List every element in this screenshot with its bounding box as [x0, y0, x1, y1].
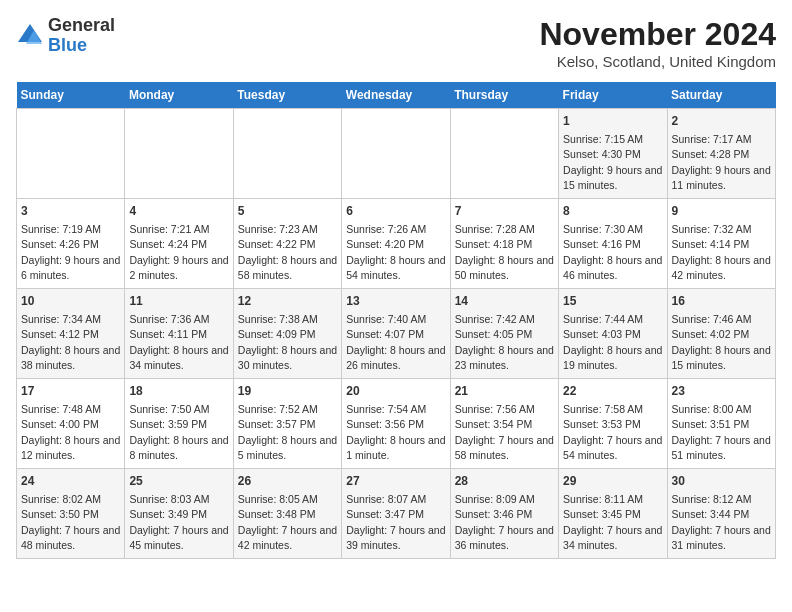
day-info: Sunrise: 7:28 AM Sunset: 4:18 PM Dayligh… — [455, 223, 554, 281]
day-info: Sunrise: 7:52 AM Sunset: 3:57 PM Dayligh… — [238, 403, 337, 461]
calendar-cell: 25Sunrise: 8:03 AM Sunset: 3:49 PM Dayli… — [125, 469, 233, 559]
day-number: 6 — [346, 203, 445, 220]
day-number: 16 — [672, 293, 771, 310]
calendar-cell: 11Sunrise: 7:36 AM Sunset: 4:11 PM Dayli… — [125, 289, 233, 379]
page-subtitle: Kelso, Scotland, United Kingdom — [539, 53, 776, 70]
weekday-wednesday: Wednesday — [342, 82, 450, 109]
day-number: 14 — [455, 293, 554, 310]
calendar-cell: 16Sunrise: 7:46 AM Sunset: 4:02 PM Dayli… — [667, 289, 775, 379]
calendar-cell: 19Sunrise: 7:52 AM Sunset: 3:57 PM Dayli… — [233, 379, 341, 469]
logo-blue: Blue — [48, 35, 87, 55]
day-number: 22 — [563, 383, 662, 400]
day-number: 13 — [346, 293, 445, 310]
calendar-cell: 30Sunrise: 8:12 AM Sunset: 3:44 PM Dayli… — [667, 469, 775, 559]
day-number: 27 — [346, 473, 445, 490]
day-number: 12 — [238, 293, 337, 310]
day-info: Sunrise: 7:54 AM Sunset: 3:56 PM Dayligh… — [346, 403, 445, 461]
day-number: 1 — [563, 113, 662, 130]
day-number: 2 — [672, 113, 771, 130]
weekday-friday: Friday — [559, 82, 667, 109]
day-number: 21 — [455, 383, 554, 400]
day-number: 19 — [238, 383, 337, 400]
calendar-cell: 21Sunrise: 7:56 AM Sunset: 3:54 PM Dayli… — [450, 379, 558, 469]
day-info: Sunrise: 8:05 AM Sunset: 3:48 PM Dayligh… — [238, 493, 337, 551]
day-info: Sunrise: 7:17 AM Sunset: 4:28 PM Dayligh… — [672, 133, 771, 191]
day-info: Sunrise: 7:38 AM Sunset: 4:09 PM Dayligh… — [238, 313, 337, 371]
weekday-header-row: SundayMondayTuesdayWednesdayThursdayFrid… — [17, 82, 776, 109]
day-info: Sunrise: 7:19 AM Sunset: 4:26 PM Dayligh… — [21, 223, 120, 281]
calendar-cell: 15Sunrise: 7:44 AM Sunset: 4:03 PM Dayli… — [559, 289, 667, 379]
day-number: 24 — [21, 473, 120, 490]
day-info: Sunrise: 8:00 AM Sunset: 3:51 PM Dayligh… — [672, 403, 771, 461]
calendar-cell — [233, 109, 341, 199]
calendar-cell: 29Sunrise: 8:11 AM Sunset: 3:45 PM Dayli… — [559, 469, 667, 559]
calendar-cell: 6Sunrise: 7:26 AM Sunset: 4:20 PM Daylig… — [342, 199, 450, 289]
day-number: 10 — [21, 293, 120, 310]
day-info: Sunrise: 7:26 AM Sunset: 4:20 PM Dayligh… — [346, 223, 445, 281]
day-number: 8 — [563, 203, 662, 220]
weekday-thursday: Thursday — [450, 82, 558, 109]
day-info: Sunrise: 7:58 AM Sunset: 3:53 PM Dayligh… — [563, 403, 662, 461]
calendar-cell — [17, 109, 125, 199]
day-info: Sunrise: 8:09 AM Sunset: 3:46 PM Dayligh… — [455, 493, 554, 551]
day-info: Sunrise: 7:40 AM Sunset: 4:07 PM Dayligh… — [346, 313, 445, 371]
calendar-cell: 27Sunrise: 8:07 AM Sunset: 3:47 PM Dayli… — [342, 469, 450, 559]
logo-text: General Blue — [48, 16, 115, 56]
day-info: Sunrise: 8:03 AM Sunset: 3:49 PM Dayligh… — [129, 493, 228, 551]
weekday-tuesday: Tuesday — [233, 82, 341, 109]
day-number: 23 — [672, 383, 771, 400]
calendar-cell: 9Sunrise: 7:32 AM Sunset: 4:14 PM Daylig… — [667, 199, 775, 289]
weekday-sunday: Sunday — [17, 82, 125, 109]
day-number: 5 — [238, 203, 337, 220]
day-info: Sunrise: 7:34 AM Sunset: 4:12 PM Dayligh… — [21, 313, 120, 371]
day-info: Sunrise: 7:30 AM Sunset: 4:16 PM Dayligh… — [563, 223, 662, 281]
calendar-cell: 18Sunrise: 7:50 AM Sunset: 3:59 PM Dayli… — [125, 379, 233, 469]
calendar-cell: 22Sunrise: 7:58 AM Sunset: 3:53 PM Dayli… — [559, 379, 667, 469]
day-number: 7 — [455, 203, 554, 220]
week-row-3: 10Sunrise: 7:34 AM Sunset: 4:12 PM Dayli… — [17, 289, 776, 379]
calendar-cell: 28Sunrise: 8:09 AM Sunset: 3:46 PM Dayli… — [450, 469, 558, 559]
calendar-cell — [125, 109, 233, 199]
calendar-cell: 17Sunrise: 7:48 AM Sunset: 4:00 PM Dayli… — [17, 379, 125, 469]
day-info: Sunrise: 7:36 AM Sunset: 4:11 PM Dayligh… — [129, 313, 228, 371]
day-info: Sunrise: 7:15 AM Sunset: 4:30 PM Dayligh… — [563, 133, 662, 191]
calendar-cell — [450, 109, 558, 199]
day-info: Sunrise: 7:50 AM Sunset: 3:59 PM Dayligh… — [129, 403, 228, 461]
week-row-5: 24Sunrise: 8:02 AM Sunset: 3:50 PM Dayli… — [17, 469, 776, 559]
logo-icon — [16, 22, 44, 50]
day-info: Sunrise: 7:48 AM Sunset: 4:00 PM Dayligh… — [21, 403, 120, 461]
calendar-cell: 7Sunrise: 7:28 AM Sunset: 4:18 PM Daylig… — [450, 199, 558, 289]
calendar-cell: 2Sunrise: 7:17 AM Sunset: 4:28 PM Daylig… — [667, 109, 775, 199]
day-number: 11 — [129, 293, 228, 310]
day-number: 18 — [129, 383, 228, 400]
calendar-cell: 1Sunrise: 7:15 AM Sunset: 4:30 PM Daylig… — [559, 109, 667, 199]
day-number: 30 — [672, 473, 771, 490]
calendar-table: SundayMondayTuesdayWednesdayThursdayFrid… — [16, 82, 776, 559]
calendar-cell: 4Sunrise: 7:21 AM Sunset: 4:24 PM Daylig… — [125, 199, 233, 289]
day-info: Sunrise: 7:56 AM Sunset: 3:54 PM Dayligh… — [455, 403, 554, 461]
day-info: Sunrise: 7:32 AM Sunset: 4:14 PM Dayligh… — [672, 223, 771, 281]
title-block: November 2024 Kelso, Scotland, United Ki… — [539, 16, 776, 70]
day-number: 25 — [129, 473, 228, 490]
day-info: Sunrise: 8:11 AM Sunset: 3:45 PM Dayligh… — [563, 493, 662, 551]
day-info: Sunrise: 7:46 AM Sunset: 4:02 PM Dayligh… — [672, 313, 771, 371]
day-number: 17 — [21, 383, 120, 400]
day-number: 28 — [455, 473, 554, 490]
day-number: 20 — [346, 383, 445, 400]
day-number: 3 — [21, 203, 120, 220]
day-info: Sunrise: 7:42 AM Sunset: 4:05 PM Dayligh… — [455, 313, 554, 371]
calendar-cell — [342, 109, 450, 199]
calendar-cell: 12Sunrise: 7:38 AM Sunset: 4:09 PM Dayli… — [233, 289, 341, 379]
week-row-2: 3Sunrise: 7:19 AM Sunset: 4:26 PM Daylig… — [17, 199, 776, 289]
calendar-cell: 14Sunrise: 7:42 AM Sunset: 4:05 PM Dayli… — [450, 289, 558, 379]
calendar-cell: 5Sunrise: 7:23 AM Sunset: 4:22 PM Daylig… — [233, 199, 341, 289]
logo-general: General — [48, 15, 115, 35]
calendar-cell: 3Sunrise: 7:19 AM Sunset: 4:26 PM Daylig… — [17, 199, 125, 289]
day-info: Sunrise: 7:44 AM Sunset: 4:03 PM Dayligh… — [563, 313, 662, 371]
calendar-cell: 13Sunrise: 7:40 AM Sunset: 4:07 PM Dayli… — [342, 289, 450, 379]
day-number: 29 — [563, 473, 662, 490]
day-number: 9 — [672, 203, 771, 220]
day-info: Sunrise: 8:07 AM Sunset: 3:47 PM Dayligh… — [346, 493, 445, 551]
day-info: Sunrise: 8:02 AM Sunset: 3:50 PM Dayligh… — [21, 493, 120, 551]
day-number: 26 — [238, 473, 337, 490]
